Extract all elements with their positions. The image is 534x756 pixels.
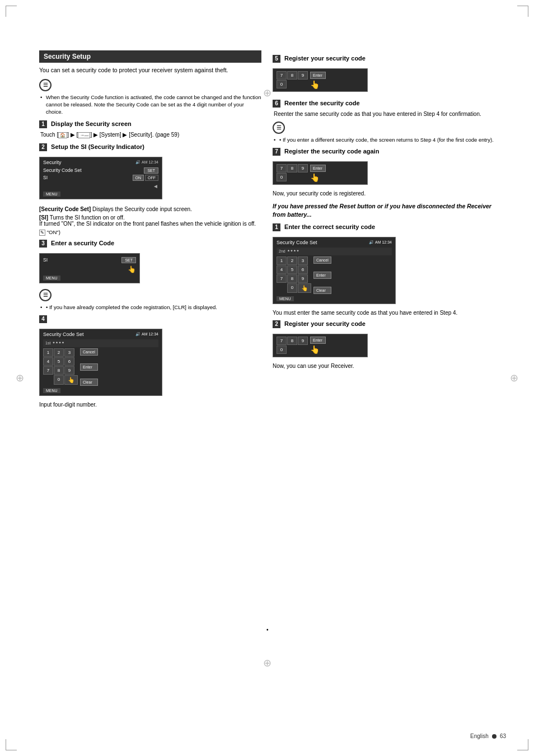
reset-heading: If you have pressed the Reset button or … bbox=[273, 202, 495, 218]
section-intro: You can set a security code to protect y… bbox=[39, 66, 261, 74]
crosshair-bottom: ⊕ bbox=[263, 657, 271, 669]
si-screen-wrapper: Security 🔊 AM 12:34 Security Code Set SE… bbox=[39, 153, 162, 203]
note-bullet-1: When the Security Code function is activ… bbox=[39, 94, 261, 116]
start-code-set-label: SI bbox=[43, 257, 119, 263]
reset-numpad-grid: 1 2 3 4 5 6 7 8 bbox=[277, 256, 311, 294]
reset-step-2-header: 2 Register your security code bbox=[273, 320, 495, 328]
note-bullet-2: • If you have already completed the code… bbox=[39, 304, 261, 311]
np-8-4: 8 bbox=[54, 366, 64, 375]
reg-5-8: 8 bbox=[287, 71, 297, 80]
reg-7-row2: 0 bbox=[277, 173, 308, 181]
reset-clear-btn: Clear bbox=[313, 287, 331, 294]
reset-numpad-row1: 1 2 3 bbox=[277, 256, 311, 265]
reg-screen-5: 7 8 9 0 Enter 👆 bbox=[273, 68, 368, 92]
numpad-4-time: 🔊 AM 12:34 bbox=[135, 332, 158, 337]
numpad-btns-4: Cancel Enter Clear bbox=[80, 348, 98, 386]
reg-reset-2-numrow: 7 8 9 0 bbox=[277, 337, 308, 354]
code-dots-reset: **** bbox=[288, 249, 300, 254]
reg-screen-5-wrapper: 7 8 9 0 Enter 👆 bbox=[273, 65, 368, 95]
reg-7-0: 0 bbox=[277, 173, 287, 181]
si-screen-time: 🔊 AM 12:34 bbox=[135, 160, 158, 165]
code-dots-4: **** bbox=[53, 340, 65, 346]
reg-screen-7-wrapper: 7 8 9 0 Enter 👆 bbox=[273, 158, 368, 188]
note-bullet-r1: • If you enter a different security code… bbox=[273, 136, 495, 143]
step-5-title: Register your security code bbox=[284, 55, 366, 62]
step-2-header: 2 Setup the SI (Security Indicator) bbox=[39, 143, 261, 151]
reg-7-8: 8 bbox=[287, 164, 297, 172]
code-label-reset: 2nd bbox=[279, 249, 285, 253]
step-6-num: 6 bbox=[273, 100, 280, 108]
reg-reset-2-row2: 0 bbox=[277, 346, 308, 354]
numpad-4-title: Security Code Set bbox=[43, 332, 84, 337]
numpad-layout-4: 1 2 3 4 5 6 7 8 bbox=[43, 348, 158, 386]
crosshair-left: ⊕ bbox=[16, 372, 24, 384]
reset-np-9: 9 bbox=[298, 274, 308, 283]
step-1-num: 1 bbox=[39, 120, 47, 128]
step-7-num: 7 bbox=[273, 148, 280, 156]
start-screen-wrapper: SI SET 👆 MENU bbox=[39, 250, 140, 287]
np-7-4: 7 bbox=[43, 366, 53, 375]
reg-screen-reset-2-wrapper: 7 8 9 0 Enter 👆 bbox=[273, 330, 368, 361]
step-6-header: 6 Reenter the security code bbox=[273, 100, 495, 108]
page-footer: English 63 bbox=[470, 733, 506, 739]
reg-reset-2-enter: Enter 👆 bbox=[310, 337, 326, 354]
np-touch-4: 👆 bbox=[64, 375, 78, 385]
corner-tl bbox=[6, 6, 17, 17]
touch-hand-3: 👆 bbox=[128, 265, 136, 273]
reg-7-enter-btn: Enter bbox=[310, 165, 326, 172]
reg-reset-2-row1: 7 8 9 bbox=[277, 337, 308, 345]
reset-screen-wrapper: Security Code Set 🔊 AM 12:34 2nd **** 1 … bbox=[273, 234, 396, 307]
bullet-dot: • bbox=[266, 627, 269, 633]
page-number: 63 bbox=[500, 733, 506, 739]
numpad-row4-4: 0 👆 bbox=[43, 375, 78, 385]
code-set-description: [Security Code Set] Displays the Securit… bbox=[39, 206, 261, 212]
section-title: Security Setup bbox=[39, 50, 261, 63]
note-icon-r1: ☰ bbox=[273, 122, 285, 134]
si-description: [SI] Turns the SI function on or off. If… bbox=[39, 214, 261, 227]
reg-5-9: 9 bbox=[298, 71, 308, 80]
step-2-num: 2 bbox=[39, 143, 47, 151]
si-menu: MENU bbox=[43, 192, 60, 197]
reset-np-4: 4 bbox=[277, 265, 287, 274]
step-6-content: Reenter the same security code as that y… bbox=[273, 110, 495, 118]
reg-reset-2-7: 7 bbox=[277, 337, 287, 345]
np-6-4: 6 bbox=[64, 357, 74, 366]
reset-step-1-caption: You must enter the same security code as… bbox=[273, 310, 495, 316]
code-label-4: 1st bbox=[45, 341, 50, 345]
start-screen: SI SET 👆 MENU bbox=[39, 253, 140, 283]
reset-np-6: 6 bbox=[298, 265, 308, 274]
start-set-btn: SET bbox=[121, 257, 136, 263]
si-screen-title: Security bbox=[43, 160, 62, 165]
reset-np-empty bbox=[277, 283, 287, 293]
step-1-title: Display the Security screen bbox=[51, 120, 132, 127]
si-off-btn: OFF bbox=[145, 175, 158, 181]
cancel-btn-4: Cancel bbox=[80, 348, 98, 356]
reset-np-0: 0 bbox=[287, 283, 297, 293]
si-screen-row2: SI ON OFF bbox=[43, 175, 158, 181]
step-4-header: 4 bbox=[39, 315, 261, 323]
reg-5-enter-btn: Enter bbox=[310, 72, 326, 79]
reg-screen-reset-2: 7 8 9 0 Enter 👆 bbox=[273, 334, 368, 357]
touch-hand-5: 👆 bbox=[310, 80, 320, 89]
left-column: Security Setup You can set a security co… bbox=[39, 50, 261, 408]
np-9-4: 9 bbox=[64, 366, 74, 375]
step-2-title: Setup the SI (Security Indicator) bbox=[51, 143, 144, 150]
numpad-screen-4: Security Code Set 🔊 AM 12:34 1st **** 1 … bbox=[39, 329, 162, 396]
start-row1: SI SET bbox=[43, 257, 136, 263]
note-block-1: ☰ When the Security Code function is act… bbox=[39, 79, 261, 116]
corner-br bbox=[517, 739, 528, 750]
note-block-2: ☰ • If you have already completed the co… bbox=[39, 289, 261, 311]
reset-cancel-btn: Cancel bbox=[313, 256, 331, 264]
step-7-title: Register the security code again bbox=[284, 148, 379, 155]
step-7-header: 7 Register the security code again bbox=[273, 148, 495, 156]
crosshair-right: ⊕ bbox=[510, 372, 518, 384]
note-icon-2: ☰ bbox=[39, 289, 51, 301]
page-container: ⊕ ⊕ ⊕ ⊕ Security Setup You can set a sec… bbox=[0, 0, 534, 756]
reg-5-row1: 7 8 9 bbox=[277, 71, 308, 80]
si-label-bold: [SI] bbox=[39, 214, 48, 221]
si-label: SI bbox=[43, 175, 130, 180]
reset-screen-time: 🔊 AM 12:34 bbox=[369, 240, 392, 245]
reg-5-row2: 0 bbox=[277, 80, 308, 88]
reset-numpad-layout: 1 2 3 4 5 6 7 8 bbox=[277, 256, 392, 294]
numpad-4-menu: MENU bbox=[43, 388, 60, 393]
